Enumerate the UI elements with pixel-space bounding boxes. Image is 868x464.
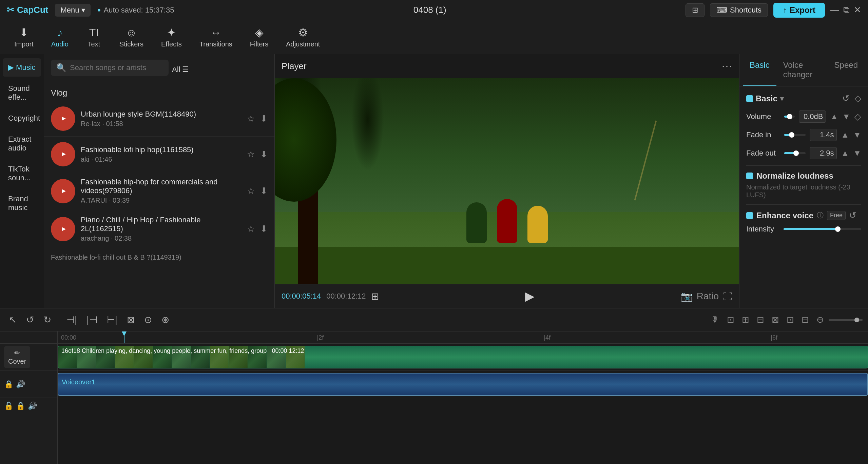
layout-button[interactable]: ⊞ — [686, 3, 705, 17]
volume-track-icon[interactable]: 🔊 — [16, 380, 25, 389]
cover-button[interactable]: ✏ Cover — [4, 346, 30, 368]
download-button[interactable]: ⬇ — [260, 186, 268, 196]
fade-out-down[interactable]: ▼ — [853, 148, 861, 158]
crop-button[interactable]: ⊛ — [158, 312, 173, 327]
undo-button[interactable]: ↺ — [23, 312, 37, 327]
download-button[interactable]: ⬇ — [260, 114, 268, 124]
volume-up-button[interactable]: ▲ — [830, 112, 838, 121]
volume-diamond-button[interactable]: ◇ — [854, 112, 861, 122]
list-item[interactable]: Fashionable lofi hip hop(1161585) aki · … — [44, 137, 274, 172]
volume-thumb[interactable] — [787, 114, 792, 119]
export-button[interactable]: ↑ Export — [773, 3, 825, 18]
intensity-thumb[interactable] — [835, 226, 841, 232]
tool-adjustment[interactable]: ⚙ Adjustment — [278, 23, 327, 51]
import-icon: ⬇ — [19, 26, 28, 39]
download-button[interactable]: ⬇ — [260, 149, 268, 160]
volume-icon-2[interactable]: 🔊 — [28, 402, 37, 410]
lock-icon-3[interactable]: 🔒 — [16, 402, 25, 410]
zoom-thumb[interactable] — [854, 318, 859, 322]
text-icon: TI — [89, 26, 99, 39]
fullscreen-button[interactable]: ⛶ — [723, 291, 732, 302]
list-item[interactable]: Urban lounge style BGM(1148490) Re-lax ·… — [44, 101, 274, 137]
player-menu-button[interactable]: ⋯ — [721, 60, 732, 73]
fade-in-up[interactable]: ▲ — [841, 130, 849, 140]
sidebar-item-copyright[interactable]: Copyright — [3, 109, 41, 127]
zoom-slider[interactable] — [829, 319, 863, 321]
minimize-button[interactable]: — — [830, 5, 839, 15]
split-button-1[interactable]: ⊣| — [63, 312, 80, 327]
tab-voice-changer[interactable]: Voice changer — [776, 54, 828, 86]
favorite-button[interactable]: ☆ — [247, 114, 255, 124]
fade-in-down[interactable]: ▼ — [853, 130, 861, 140]
normalize-checkbox[interactable] — [746, 173, 753, 179]
enhance-checkbox[interactable] — [746, 212, 753, 219]
volume-slider[interactable] — [784, 116, 795, 118]
menu-button[interactable]: Menu ▾ — [55, 4, 90, 17]
all-filter-label: All — [172, 65, 180, 74]
tool-stickers[interactable]: ☺ Stickers — [112, 24, 151, 51]
fade-out-slider[interactable] — [784, 152, 806, 154]
tab-speed[interactable]: Speed — [828, 54, 865, 86]
video-track-clip[interactable]: 16of18 Children playing, dancing, young … — [58, 346, 868, 368]
fade-in-label: Fade in — [746, 130, 780, 139]
delete-button[interactable]: ⊠ — [123, 312, 138, 327]
tool-effects[interactable]: ✦ Effects — [154, 23, 189, 51]
fade-out-thumb[interactable] — [793, 150, 799, 156]
track-button-1[interactable]: ⊞ — [739, 312, 752, 327]
voiceover-button[interactable]: 🎙 — [708, 312, 722, 327]
lock-icon-2[interactable]: 🔓 — [4, 402, 13, 410]
basic-checkbox[interactable] — [746, 95, 753, 102]
fade-in-slider[interactable] — [784, 134, 806, 136]
restore-button[interactable]: ⧉ — [843, 5, 850, 15]
list-item-partial[interactable]: Fashionable lo-fi chill out B & B ?(1149… — [44, 248, 274, 267]
audio-track-clip[interactable]: Voiceover1 — [58, 373, 868, 396]
favorite-button[interactable]: ☆ — [247, 224, 255, 234]
volume-down-button[interactable]: ▼ — [842, 112, 850, 121]
list-item[interactable]: Piano / Chill / Hip Hop / Fashionable 2L… — [44, 210, 274, 248]
basic-section-title: Basic ▾ — [746, 94, 784, 103]
grid-view-button[interactable]: ⊞ — [371, 291, 379, 302]
freeze-button[interactable]: ⊙ — [141, 312, 155, 327]
sidebar-item-extract-audio[interactable]: Extract audio — [3, 130, 41, 157]
favorite-button[interactable]: ☆ — [247, 149, 255, 160]
intensity-slider[interactable] — [784, 228, 861, 230]
search-input[interactable] — [70, 63, 163, 72]
sidebar-item-brand-music[interactable]: Brand music — [3, 190, 41, 217]
ratio-button[interactable]: Ratio — [697, 291, 719, 302]
tool-audio[interactable]: ♪ Audio — [44, 24, 76, 51]
sidebar-item-sound-effects[interactable]: Sound effe... — [3, 79, 41, 106]
play-button[interactable]: ▶ — [525, 289, 535, 303]
sidebar-item-music[interactable]: ▶ Music — [3, 58, 41, 77]
tool-transitions[interactable]: ↔ Transitions — [192, 24, 240, 51]
shortcuts-button[interactable]: ⌨ Shortcuts — [710, 3, 768, 17]
track-button-3[interactable]: ⊠ — [769, 312, 782, 327]
favorite-button[interactable]: ☆ — [247, 186, 255, 196]
reset-button[interactable]: ↺ — [842, 93, 850, 104]
enhance-reset-button[interactable]: ↺ — [849, 210, 856, 221]
diamond-button[interactable]: ◇ — [854, 93, 861, 104]
track-button-5[interactable]: ⊟ — [799, 312, 812, 327]
select-tool-button[interactable]: ↖ — [5, 312, 20, 327]
list-item[interactable]: Fashionable hip-hop for commercials and … — [44, 172, 274, 210]
fade-out-up[interactable]: ▲ — [841, 148, 849, 158]
all-filter[interactable]: All ☰ — [172, 65, 189, 74]
tool-import[interactable]: ⬇ Import — [7, 23, 41, 51]
tab-basic[interactable]: Basic — [743, 54, 776, 86]
magnet-button[interactable]: ⊡ — [724, 312, 737, 327]
track-button-4[interactable]: ⊡ — [784, 312, 797, 327]
playhead[interactable] — [124, 331, 124, 343]
zoom-out-button[interactable]: ⊖ — [814, 312, 827, 327]
lock-icon[interactable]: 🔒 — [4, 380, 13, 389]
tool-text[interactable]: TI Text — [79, 24, 109, 51]
fade-in-thumb[interactable] — [789, 132, 794, 138]
download-button[interactable]: ⬇ — [260, 224, 268, 234]
tool-filters[interactable]: ◈ Filters — [243, 23, 276, 51]
sidebar-item-tiktok[interactable]: TikTok soun... — [3, 160, 41, 187]
split-button-2[interactable]: |⊣ — [83, 312, 100, 327]
camera-button[interactable]: 📷 — [681, 291, 693, 302]
split-button-3[interactable]: ⊢| — [103, 312, 121, 327]
redo-button[interactable]: ↻ — [40, 312, 55, 327]
track-button-2[interactable]: ⊟ — [754, 312, 767, 327]
divider-1 — [746, 165, 861, 166]
close-button[interactable]: ✕ — [854, 5, 861, 15]
